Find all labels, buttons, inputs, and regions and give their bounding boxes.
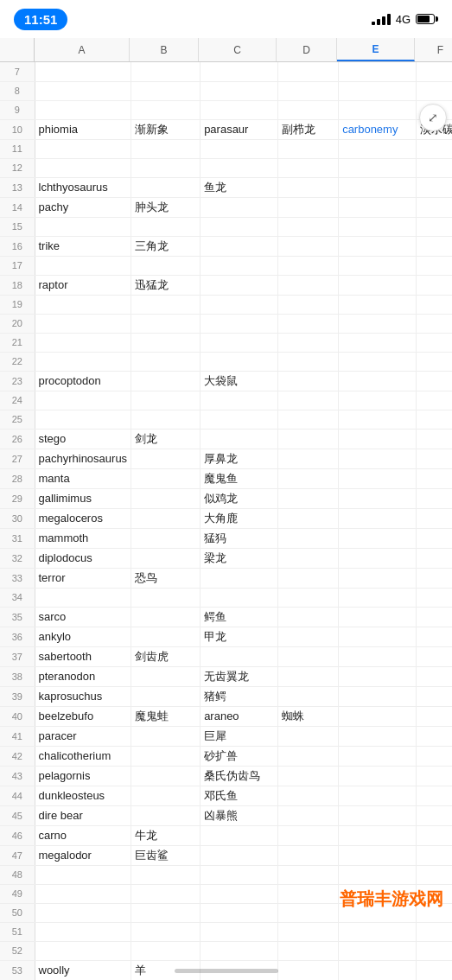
- col-header-e[interactable]: E: [337, 38, 415, 61]
- cell-f[interactable]: [417, 627, 452, 646]
- cell-d[interactable]: [278, 607, 339, 627]
- cell-c[interactable]: [201, 352, 278, 371]
- table-row[interactable]: 49: [0, 884, 452, 903]
- cell-e[interactable]: [339, 139, 417, 158]
- row-number[interactable]: 32: [0, 548, 35, 568]
- cell-f[interactable]: [417, 197, 452, 217]
- table-row[interactable]: 22: [0, 352, 452, 371]
- cell-a[interactable]: stego: [35, 429, 131, 449]
- cell-a[interactable]: pachy: [35, 197, 131, 217]
- cell-a[interactable]: [35, 62, 131, 81]
- cell-b[interactable]: [131, 726, 201, 746]
- cell-d[interactable]: [278, 686, 339, 706]
- cell-d[interactable]: [278, 429, 339, 449]
- row-number[interactable]: 50: [0, 903, 35, 922]
- table-row[interactable]: 18raptor迅猛龙: [0, 275, 452, 295]
- cell-d[interactable]: [278, 468, 339, 488]
- cell-b[interactable]: [131, 352, 201, 371]
- cell-d[interactable]: [278, 217, 339, 236]
- cell-f[interactable]: [417, 825, 452, 845]
- row-number[interactable]: 28: [0, 468, 35, 488]
- col-header-d[interactable]: D: [277, 38, 337, 61]
- cell-e[interactable]: [339, 960, 417, 980]
- cell-f[interactable]: [417, 845, 452, 865]
- cell-a[interactable]: woolly: [35, 960, 131, 980]
- cell-e[interactable]: [339, 449, 417, 468]
- cell-d[interactable]: [278, 865, 339, 884]
- cell-e[interactable]: [339, 607, 417, 627]
- row-number[interactable]: 9: [0, 100, 35, 119]
- cell-f[interactable]: [417, 295, 452, 314]
- cell-c[interactable]: [201, 197, 278, 217]
- cell-d[interactable]: [278, 256, 339, 275]
- row-number[interactable]: 12: [0, 158, 35, 177]
- cell-b[interactable]: [131, 256, 201, 275]
- cell-e[interactable]: [339, 627, 417, 646]
- row-number[interactable]: 42: [0, 746, 35, 766]
- cell-c[interactable]: 鱼龙: [201, 177, 278, 197]
- table-row[interactable]: 44dunkleosteus邓氏鱼: [0, 786, 452, 805]
- col-header-c[interactable]: C: [199, 38, 277, 61]
- table-row[interactable]: 7: [0, 62, 452, 81]
- table-row[interactable]: 52: [0, 941, 452, 960]
- cell-e[interactable]: [339, 903, 417, 922]
- cell-c[interactable]: 魔鬼鱼: [201, 468, 278, 488]
- cell-d[interactable]: [278, 100, 339, 119]
- cell-f[interactable]: [417, 275, 452, 295]
- table-row[interactable]: 17: [0, 256, 452, 275]
- cell-b[interactable]: 巨齿鲨: [131, 845, 201, 865]
- cell-e[interactable]: [339, 158, 417, 177]
- cell-d[interactable]: [278, 352, 339, 371]
- cell-b[interactable]: [131, 746, 201, 766]
- table-row[interactable]: 29gallimimus似鸡龙: [0, 488, 452, 508]
- cell-c[interactable]: [201, 139, 278, 158]
- cell-d[interactable]: [278, 746, 339, 766]
- cell-c[interactable]: 梁龙: [201, 548, 278, 568]
- cell-a[interactable]: kaprosuchus: [35, 686, 131, 706]
- row-number[interactable]: 11: [0, 139, 35, 158]
- cell-f[interactable]: [417, 333, 452, 352]
- table-row[interactable]: 34: [0, 588, 452, 607]
- cell-d[interactable]: [278, 410, 339, 429]
- cell-f[interactable]: [417, 217, 452, 236]
- col-header-f[interactable]: F: [415, 38, 452, 61]
- cell-f[interactable]: [417, 588, 452, 607]
- cell-e[interactable]: [339, 686, 417, 706]
- row-number[interactable]: 36: [0, 627, 35, 646]
- cell-a[interactable]: dunkleosteus: [35, 786, 131, 805]
- cell-a[interactable]: [35, 333, 131, 352]
- table-row[interactable]: 20: [0, 314, 452, 333]
- table-row[interactable]: 43pelagornis桑氏伪齿鸟: [0, 766, 452, 786]
- cell-c[interactable]: 砂扩兽: [201, 746, 278, 766]
- row-number[interactable]: 41: [0, 726, 35, 746]
- cell-c[interactable]: [201, 568, 278, 588]
- cell-d[interactable]: [278, 391, 339, 410]
- row-number[interactable]: 29: [0, 488, 35, 508]
- cell-a[interactable]: sarco: [35, 607, 131, 627]
- cell-c[interactable]: [201, 884, 278, 903]
- cell-d[interactable]: [278, 766, 339, 786]
- row-number[interactable]: 15: [0, 217, 35, 236]
- cell-c[interactable]: [201, 295, 278, 314]
- cell-d[interactable]: [278, 903, 339, 922]
- cell-e[interactable]: [339, 62, 417, 81]
- table-row[interactable]: 38pteranodon无齿翼龙: [0, 666, 452, 686]
- cell-e[interactable]: [339, 236, 417, 256]
- cell-e[interactable]: [339, 217, 417, 236]
- cell-d[interactable]: [278, 314, 339, 333]
- table-row[interactable]: 9: [0, 100, 452, 119]
- cell-b[interactable]: 恐鸟: [131, 568, 201, 588]
- cell-a[interactable]: carno: [35, 825, 131, 845]
- cell-b[interactable]: [131, 62, 201, 81]
- cell-a[interactable]: [35, 139, 131, 158]
- cell-f[interactable]: [417, 646, 452, 666]
- expand-button[interactable]: ⤢: [419, 104, 447, 131]
- cell-e[interactable]: [339, 508, 417, 528]
- cell-b[interactable]: [131, 100, 201, 119]
- cell-a[interactable]: raptor: [35, 275, 131, 295]
- cell-e[interactable]: [339, 177, 417, 197]
- row-number[interactable]: 51: [0, 922, 35, 941]
- cell-d[interactable]: [278, 371, 339, 391]
- row-number[interactable]: 47: [0, 845, 35, 865]
- cell-c[interactable]: 大角鹿: [201, 508, 278, 528]
